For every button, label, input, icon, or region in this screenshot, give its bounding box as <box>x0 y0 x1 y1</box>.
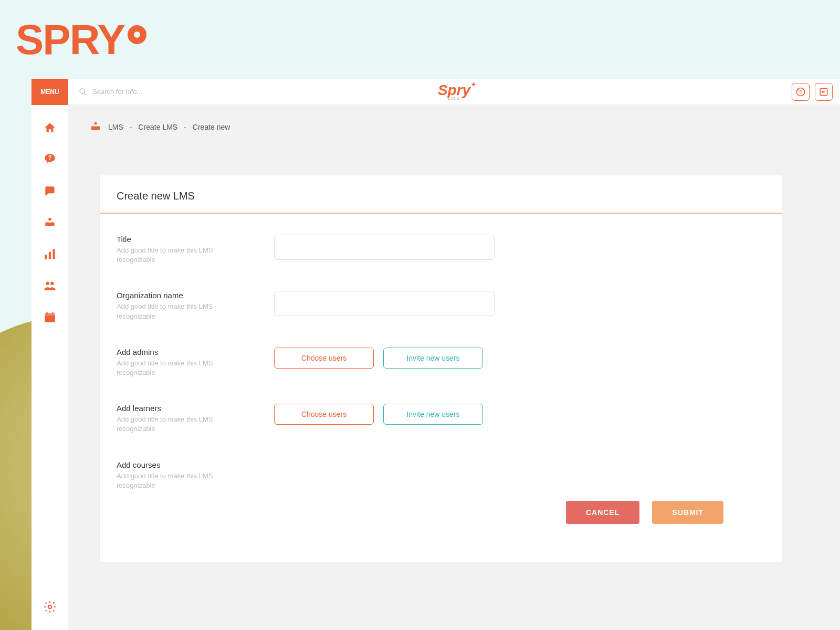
svg-point-13 <box>50 281 54 285</box>
form-row-title: Title Add good title to make this LMS re… <box>117 235 765 265</box>
topbar: MENU Spry✦ LMS S <box>68 79 840 105</box>
cancel-button[interactable]: CANCEL <box>566 501 639 524</box>
title-help: Add good title to make this LMS recogniz… <box>117 246 243 265</box>
admins-label: Add admins <box>117 348 243 356</box>
breadcrumb-root[interactable]: LMS <box>108 123 123 131</box>
courses-help: Add good title to make this LMS recogniz… <box>117 471 243 490</box>
app-container: MENU Spry✦ LMS S ? <box>68 79 840 630</box>
form-row-org: Organization name Add good title to make… <box>117 291 765 321</box>
chat-icon[interactable] <box>43 184 57 198</box>
admins-invite-button[interactable]: Invite new users <box>383 348 483 369</box>
top-actions: S <box>792 83 833 101</box>
logout-button[interactable] <box>815 83 833 101</box>
form-row-courses: Add courses Add good title to make this … <box>117 460 765 490</box>
breadcrumb-sep: - <box>130 123 132 131</box>
help-icon[interactable]: ? <box>43 152 57 167</box>
svg-point-19 <box>94 122 97 125</box>
brand-name: SPRY <box>16 16 124 64</box>
breadcrumb-mid[interactable]: Create LMS <box>138 123 177 131</box>
form-card: Create new LMS Title Add good title to m… <box>100 175 782 562</box>
org-input[interactable] <box>274 291 495 316</box>
search-input[interactable] <box>92 88 197 96</box>
breadcrumb-sep: - <box>184 123 186 131</box>
breadcrumb: LMS - Create LMS - Create new <box>68 105 840 133</box>
svg-point-0 <box>80 89 85 93</box>
home-icon[interactable] <box>43 121 57 135</box>
title-input[interactable] <box>274 235 495 260</box>
admins-choose-button[interactable]: Choose users <box>274 348 374 369</box>
search-wrap <box>68 88 197 96</box>
org-label: Organization name <box>117 291 243 300</box>
users-icon[interactable] <box>43 278 57 293</box>
learners-help: Add good title to make this LMS recogniz… <box>117 415 243 434</box>
search-icon <box>79 88 87 96</box>
title-label: Title <box>117 235 243 244</box>
stats-icon[interactable] <box>43 247 57 261</box>
center-logo: Spry✦ LMS <box>438 82 470 101</box>
svg-text:?: ? <box>48 154 52 161</box>
learners-choose-button[interactable]: Choose users <box>274 404 374 425</box>
svg-point-4 <box>797 89 799 90</box>
learning-icon[interactable] <box>43 215 57 230</box>
courses-label: Add courses <box>117 460 243 469</box>
brand-logo: SPRY <box>16 16 146 64</box>
card-body: Title Add good title to make this LMS re… <box>100 214 782 562</box>
svg-rect-15 <box>45 313 55 315</box>
svg-text:S: S <box>799 89 802 94</box>
breadcrumb-icon <box>89 121 102 133</box>
form-row-learners: Add learners Add good title to make this… <box>117 404 765 434</box>
brand-dot-icon <box>128 25 146 44</box>
breadcrumb-leaf: Create new <box>193 123 230 131</box>
profile-button[interactable]: S <box>792 83 810 101</box>
card-header: Create new LMS <box>100 175 782 214</box>
learners-invite-button[interactable]: Invite new users <box>383 404 483 425</box>
svg-rect-9 <box>45 255 47 259</box>
svg-rect-10 <box>49 252 51 259</box>
card-title: Create new LMS <box>117 190 765 202</box>
admins-help: Add good title to make this LMS recogniz… <box>117 359 243 377</box>
svg-point-18 <box>48 605 52 609</box>
settings-icon[interactable] <box>43 600 57 614</box>
learners-label: Add learners <box>117 404 243 413</box>
footer-actions: CANCEL SUBMIT <box>117 501 765 545</box>
calendar-icon[interactable] <box>43 310 57 324</box>
star-icon: ✦ <box>470 81 476 88</box>
form-row-admins: Add admins Add good title to make this L… <box>117 348 765 377</box>
svg-line-1 <box>84 93 86 95</box>
sidebar: ? <box>32 105 68 630</box>
center-logo-text: Spry✦ <box>438 82 470 99</box>
submit-button[interactable]: SUBMIT <box>652 501 723 524</box>
svg-point-8 <box>48 218 51 220</box>
svg-rect-11 <box>52 249 55 259</box>
org-help: Add good title to make this LMS recogniz… <box>117 302 243 321</box>
svg-point-12 <box>46 281 49 285</box>
menu-button[interactable]: MENU <box>32 79 68 105</box>
